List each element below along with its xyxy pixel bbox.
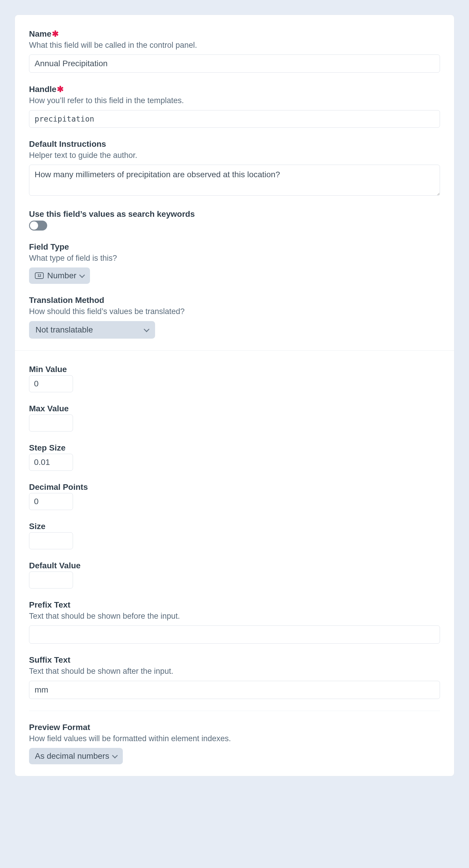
chevron-down-icon: [144, 326, 149, 332]
field-type-select[interactable]: 12 Number: [29, 268, 90, 284]
general-section: Name✱ What this field will be called in …: [15, 15, 454, 350]
translation-help: How should this field’s values be transl…: [29, 306, 440, 317]
default-value-label: Default Value: [29, 561, 440, 570]
toggle-knob: [30, 221, 38, 230]
name-input[interactable]: [29, 55, 440, 73]
handle-label: Handle✱: [29, 84, 440, 94]
handle-help: How you’ll refer to this field in the te…: [29, 95, 440, 106]
name-group: Name✱ What this field will be called in …: [29, 29, 440, 73]
max-value-label: Max Value: [29, 404, 440, 413]
max-value-group: Max Value: [29, 404, 440, 432]
translation-group: Translation Method How should this field…: [29, 296, 440, 338]
instructions-group: Default Instructions Helper text to guid…: [29, 140, 440, 198]
required-marker: ✱: [57, 85, 64, 94]
name-help: What this field will be called in the co…: [29, 40, 440, 51]
suffix-help: Text that should be shown after the inpu…: [29, 666, 440, 676]
name-label: Name✱: [29, 29, 440, 39]
prefix-help: Text that should be shown before the inp…: [29, 611, 440, 621]
preview-format-group: Preview Format How field values will be …: [29, 723, 440, 764]
step-size-input[interactable]: [29, 454, 73, 471]
search-label: Use this field’s values as search keywor…: [29, 210, 440, 219]
number-icon: 12: [35, 273, 44, 279]
translation-value: Not translatable: [35, 325, 93, 335]
prefix-input[interactable]: [29, 625, 440, 644]
search-group: Use this field’s values as search keywor…: [29, 210, 440, 230]
max-value-input[interactable]: [29, 414, 73, 432]
field-type-label: Field Type: [29, 242, 440, 252]
min-value-input[interactable]: [29, 375, 73, 392]
prefix-group: Prefix Text Text that should be shown be…: [29, 600, 440, 644]
chevron-down-icon: [79, 272, 85, 278]
instructions-input[interactable]: How many millimeters of precipitation ar…: [29, 165, 440, 196]
translation-label: Translation Method: [29, 296, 440, 305]
translation-select[interactable]: Not translatable: [29, 321, 155, 339]
section-divider: [29, 711, 440, 711]
preview-format-value: As decimal numbers: [35, 751, 109, 761]
handle-label-text: Handle: [29, 85, 56, 94]
field-type-value: Number: [47, 271, 77, 280]
default-value-group: Default Value: [29, 561, 440, 589]
field-type-help: What type of field is this?: [29, 253, 440, 264]
decimal-points-group: Decimal Points: [29, 483, 440, 510]
preview-format-label: Preview Format: [29, 723, 440, 732]
search-toggle[interactable]: [29, 221, 47, 230]
preview-format-select[interactable]: As decimal numbers: [29, 748, 123, 764]
instructions-label: Default Instructions: [29, 140, 440, 149]
required-marker: ✱: [52, 29, 59, 38]
size-label: Size: [29, 522, 440, 531]
decimal-points-label: Decimal Points: [29, 483, 440, 492]
min-value-label: Min Value: [29, 365, 440, 374]
step-size-label: Step Size: [29, 443, 440, 453]
size-input[interactable]: [29, 532, 73, 549]
step-size-group: Step Size: [29, 443, 440, 471]
decimal-points-input[interactable]: [29, 493, 73, 510]
min-value-group: Min Value: [29, 365, 440, 392]
size-group: Size: [29, 522, 440, 549]
suffix-group: Suffix Text Text that should be shown af…: [29, 655, 440, 699]
instructions-help: Helper text to guide the author.: [29, 150, 440, 160]
chevron-down-icon: [112, 752, 118, 758]
prefix-label: Prefix Text: [29, 600, 440, 610]
suffix-label: Suffix Text: [29, 655, 440, 665]
number-settings-section: Min Value Max Value Step Size Decimal Po…: [15, 350, 454, 776]
handle-input[interactable]: [29, 110, 440, 128]
name-label-text: Name: [29, 29, 51, 38]
field-type-group: Field Type What type of field is this? 1…: [29, 242, 440, 284]
suffix-input[interactable]: [29, 681, 440, 699]
default-value-input[interactable]: [29, 571, 73, 589]
handle-group: Handle✱ How you’ll refer to this field i…: [29, 84, 440, 127]
field-settings-panel: Name✱ What this field will be called in …: [14, 14, 455, 776]
preview-format-help: How field values will be formatted withi…: [29, 733, 440, 744]
